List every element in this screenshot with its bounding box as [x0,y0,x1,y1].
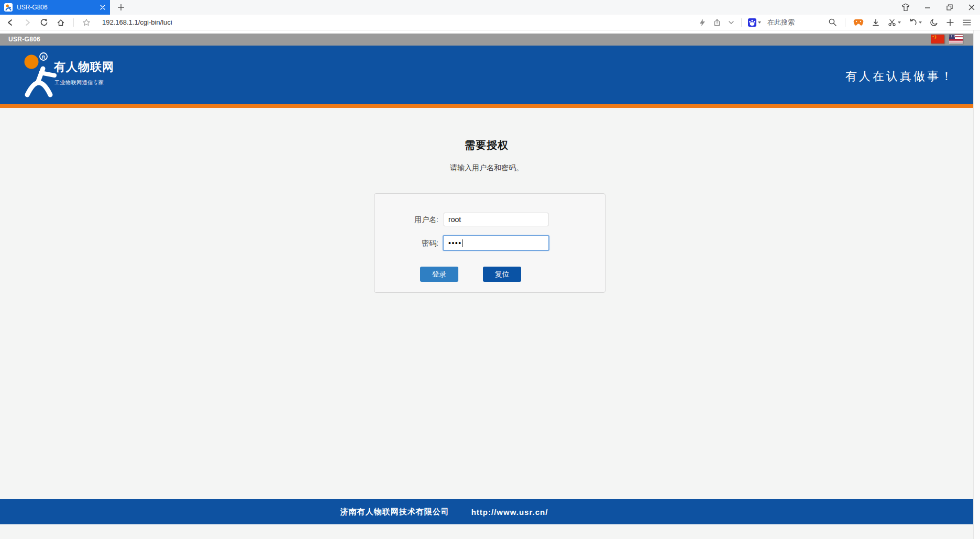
tab-close-icon[interactable] [100,4,106,10]
text-caret [463,239,463,247]
login-button[interactable]: 登录 [420,267,458,282]
games-icon[interactable] [853,19,864,26]
page-bottom-gap [0,524,973,539]
search-engine-dropdown-icon [758,21,761,24]
username-label: 用户名: [375,213,438,226]
restore-button[interactable] [945,3,954,12]
window-controls [901,0,976,15]
page-subtitle: 请输入用户名和密码。 [0,163,973,173]
site-header: R 有人物联网 工业物联网通信专家 有人在认真做事！ [0,46,973,104]
search-engine-selector[interactable] [748,18,761,27]
password-field[interactable]: •••• [443,235,549,251]
footer-company: 济南有人物联网技术有限公司 [340,507,449,517]
tab-title: USR-G806 [17,4,100,11]
search-input[interactable]: 在此搜索 [767,18,795,27]
new-tab-button[interactable] [113,0,129,15]
divider [73,18,74,27]
forward-icon[interactable] [23,18,31,27]
brand-tagline: 工业物联网通信专家 [54,79,104,86]
minimize-button[interactable] [923,3,932,12]
dropdown-arrow-icon [919,21,922,24]
theme-skin-icon[interactable] [901,3,910,12]
login-content: 需要授权 请输入用户名和密码。 用户名: 密码: •••• 登录 复位 [0,108,973,499]
brand-name: 有人物联网 [54,59,114,75]
username-field[interactable] [444,213,548,226]
share-icon[interactable] [713,18,721,27]
browser-tab[interactable]: USR-G806 [0,0,110,15]
language-flag-usa[interactable] [949,35,963,43]
home-icon[interactable] [57,18,65,27]
webpage: USR-G806 R [0,30,980,539]
scrollbar[interactable] [973,30,980,539]
screenshot-scissors-icon [888,18,896,27]
device-model-label: USR-G806 [8,34,40,46]
svg-text:R: R [42,54,46,60]
login-panel: 用户名: 密码: •••• 登录 复位 [374,193,605,293]
bookmark-star-icon[interactable] [82,18,91,27]
site-footer: 济南有人物联网技术有限公司 http://www.usr.cn/ [0,499,973,524]
flash-icon[interactable] [698,18,707,27]
search-icon[interactable] [828,18,837,27]
baidu-search-engine-icon [748,18,756,27]
address-bar: 192.168.1.1/cgi-bin/luci 在此搜索 [0,15,980,30]
reset-button[interactable]: 复位 [483,267,521,282]
night-mode-icon[interactable] [930,18,938,27]
orange-divider [0,104,973,108]
usr-logo-icon: R [15,51,63,99]
close-window-button[interactable] [967,3,976,12]
refresh-icon[interactable] [40,18,48,27]
device-bar: USR-G806 [0,34,973,46]
password-dots: •••• [448,239,462,247]
recently-closed-group[interactable] [909,18,922,27]
screenshot-scissors-group[interactable] [888,18,901,27]
divider [741,18,742,27]
divider [845,18,845,27]
dropdown-arrow-icon [898,21,901,24]
chevron-down-icon[interactable] [728,19,735,26]
password-label: 密码: [375,236,438,250]
page-title: 需要授权 [0,138,973,152]
download-icon[interactable] [872,18,880,27]
menu-icon[interactable] [962,19,972,26]
back-icon[interactable] [6,18,15,27]
language-flag-china[interactable] [931,35,944,43]
undo-icon [909,18,917,27]
tab-bar: USR-G806 [0,0,980,15]
header-slogan: 有人在认真做事！ [845,69,954,84]
add-icon[interactable] [946,18,954,27]
site-favicon-icon [4,3,13,12]
url-field[interactable]: 192.168.1.1/cgi-bin/luci [102,18,172,26]
footer-website-link[interactable]: http://www.usr.cn/ [471,508,548,516]
